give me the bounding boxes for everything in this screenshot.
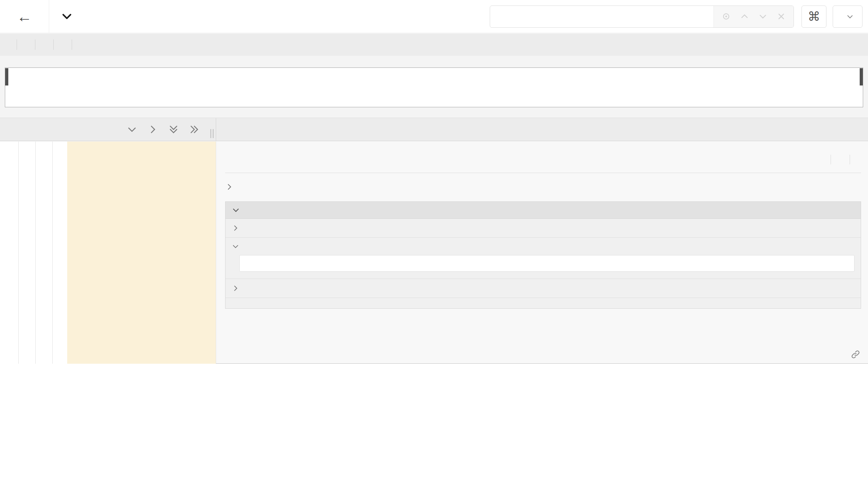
selected-span-color-stripe [67, 142, 71, 364]
selected-span-highlight-column [67, 142, 216, 364]
log-key-value-table [239, 255, 854, 272]
trace-viewer-app: ← [0, 0, 868, 498]
next-match-icon[interactable] [758, 12, 768, 21]
keyboard-shortcuts-button[interactable]: ⌘ [801, 6, 826, 28]
expand-all-icon[interactable] [168, 124, 179, 135]
view-selector-dropdown[interactable] [833, 6, 862, 28]
chevron-right-icon [232, 284, 239, 292]
find-box [490, 6, 794, 28]
find-input[interactable] [490, 6, 714, 27]
selected-span-accent-strip [216, 142, 868, 144]
trace-collapse-chevron-icon[interactable] [61, 11, 73, 22]
log-entry-3[interactable] [225, 279, 861, 298]
minimap-right-handle[interactable] [860, 68, 863, 85]
logs-footer-note [225, 298, 861, 308]
top-bar: ← [0, 0, 868, 33]
collapse-all-icon[interactable] [189, 124, 200, 135]
chevron-down-icon [232, 243, 239, 250]
back-button[interactable]: ← [0, 0, 49, 33]
span-rows [0, 142, 868, 498]
minimap-left-handle[interactable] [5, 68, 8, 85]
tags-row[interactable] [225, 179, 861, 194]
detail-row-indent-column [0, 142, 216, 364]
column-resizer-grip[interactable] [210, 129, 214, 138]
minimap-canvas[interactable] [5, 67, 863, 107]
logs-section [225, 201, 861, 309]
expand-one-level-icon[interactable] [126, 124, 138, 135]
span-id-row [843, 350, 860, 359]
column-header [0, 118, 868, 141]
minimap-rows [5, 68, 863, 107]
trace-info-bar [0, 34, 868, 56]
find-addon [714, 6, 794, 27]
logs-header[interactable] [225, 202, 861, 219]
log-entry-1[interactable] [225, 219, 861, 238]
deep-link-icon[interactable] [851, 350, 860, 359]
chevron-down-icon [232, 206, 240, 214]
command-icon: ⌘ [808, 9, 820, 24]
chevron-right-icon [232, 224, 239, 232]
clear-search-icon[interactable] [777, 12, 786, 21]
timeline-ruler [216, 118, 868, 141]
span-detail-row [0, 142, 868, 364]
span-detail-container [216, 142, 868, 364]
back-arrow-icon: ← [17, 8, 32, 25]
chevron-right-icon [225, 183, 233, 191]
collapse-one-level-icon[interactable] [147, 124, 158, 135]
match-focus-icon[interactable] [721, 12, 731, 21]
span-detail-panel [216, 144, 868, 363]
prev-match-icon[interactable] [740, 12, 749, 21]
log-entry-2-header[interactable] [232, 243, 854, 250]
trace-minimap [0, 56, 868, 118]
chevron-down-icon [846, 13, 854, 20]
trace-title-group [61, 11, 84, 22]
log-field [247, 262, 333, 264]
log-value [333, 262, 837, 264]
service-operation-header [0, 118, 216, 141]
log-entry-2 [225, 238, 861, 279]
